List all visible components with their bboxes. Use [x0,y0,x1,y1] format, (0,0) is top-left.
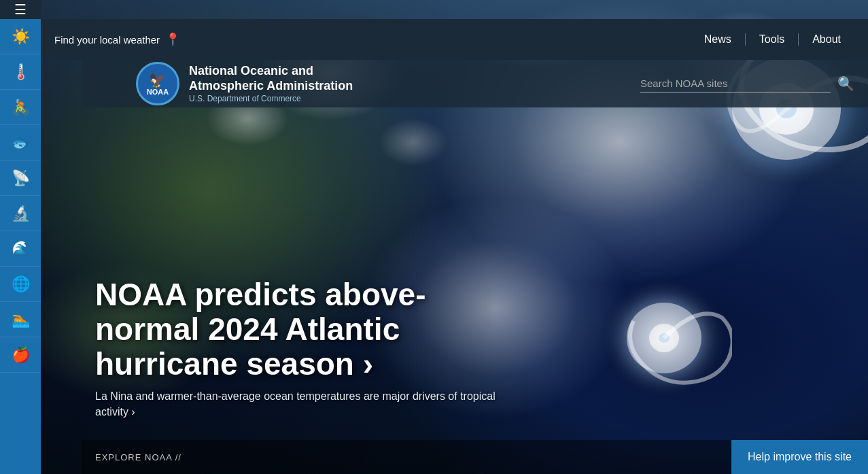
swim-icon: 🏊 [12,311,30,328]
search-button[interactable]: 🔍 [837,75,854,92]
sidebar-item-food[interactable]: 🍎 [0,337,41,373]
location-pin-icon: 📍 [165,32,180,47]
org-name-line1: National Oceanic and [189,64,313,78]
headline-area[interactable]: NOAA predicts above-normal 2024 Atlantic… [95,277,503,420]
search-icon: 🔍 [837,76,854,91]
recreation-icon: 🚴 [12,99,30,116]
temperature-icon: 🌡️ [12,63,30,81]
science-icon: 🔬 [12,205,30,222]
help-improve-button[interactable]: Help improve this site [731,440,868,474]
subheadline-content: La Nina and warmer-than-average ocean te… [95,390,496,417]
weather-icon: ☀️ [12,28,30,46]
explore-label: EXPLORE NOAA // [95,452,181,462]
sidebar-item-swim[interactable]: 🏊 [0,302,41,337]
headline-title[interactable]: NOAA predicts above-normal 2024 Atlantic… [95,277,503,381]
hamburger-icon[interactable]: ☰ [14,3,27,16]
noaa-logo: 🦅 NOAA [136,62,179,105]
nav-about-link[interactable]: About [799,33,854,46]
sidebar-item-globe[interactable]: 🌐 [0,267,41,302]
nav-news-link[interactable]: News [691,33,746,46]
org-name: National Oceanic and Atmospheric Adminis… [189,64,353,93]
subheadline-arrow-icon: › [131,406,135,418]
side-nav: ☰ ☀️ 🌡️ 🚴 🐟 📡 🔬 🌊 🌐 🏊 🍎 [0,0,41,474]
hamburger-container[interactable]: ☰ [0,0,41,19]
satellite-icon: 📡 [12,169,30,187]
marine-icon: 🐟 [12,134,30,152]
search-input[interactable] [640,75,831,92]
hero-section: 🦅 NOAA National Oceanic and Atmospheric … [41,0,868,474]
globe-icon: 🌐 [12,275,30,293]
sidebar-item-marine[interactable]: 🐟 [0,125,41,160]
brand-bar: 🦅 NOAA National Oceanic and Atmospheric … [82,60,868,107]
brand-left: 🦅 NOAA National Oceanic and Atmospheric … [136,62,353,105]
subheadline-text: La Nina and warmer-than-average ocean te… [95,389,503,420]
local-weather-area[interactable]: Find your local weather 📍 [54,32,180,47]
headline-arrow-icon: › [363,346,373,382]
sidebar-item-weather[interactable]: ☀️ [0,19,41,54]
sidebar-item-climate[interactable]: 🌊 [0,231,41,267]
sidebar-item-satellite[interactable]: 📡 [0,160,41,196]
sidebar-item-science[interactable]: 🔬 [0,196,41,231]
headline-text-content: NOAA predicts above-normal 2024 Atlantic… [95,277,426,381]
brand-text-area: National Oceanic and Atmospheric Adminis… [189,64,353,103]
org-name-line2: Atmospheric Administration [189,79,353,92]
noaa-bird-icon: 🦅 [147,72,169,88]
search-area: 🔍 [640,75,854,92]
main-nav: News Tools About [691,33,854,46]
nav-tools-link[interactable]: Tools [746,33,799,46]
dept-name: U.S. Department of Commerce [189,94,353,103]
climate-icon: 🌊 [12,240,30,258]
sidebar-item-recreation[interactable]: 🚴 [0,90,41,125]
sidebar-item-temperature[interactable]: 🌡️ [0,54,41,90]
local-weather-label: Find your local weather [54,34,160,46]
header-bar: Find your local weather 📍 News Tools Abo… [0,19,868,60]
food-icon: 🍎 [12,346,30,364]
noaa-logo-text: NOAA [147,88,169,96]
